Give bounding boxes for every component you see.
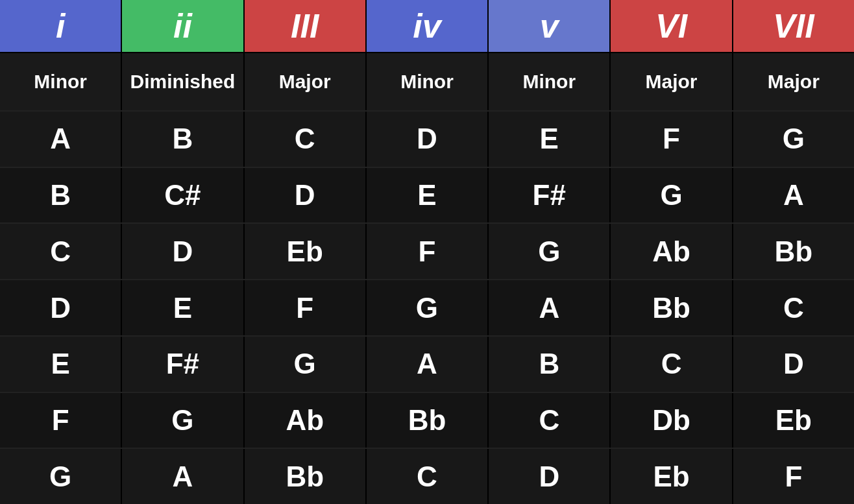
data-cell-r1-c0: B: [0, 168, 122, 223]
data-cell-r4-c2: G: [245, 337, 367, 392]
data-cell-r6-c2: Bb: [245, 449, 367, 504]
data-cell-r1-c3: E: [367, 168, 489, 223]
data-cell-r0-c5: F: [611, 112, 733, 167]
data-cell-r5-c3: Bb: [367, 393, 489, 448]
data-cell-r0-c2: C: [245, 112, 367, 167]
data-cell-r0-c1: B: [122, 112, 244, 167]
data-cell-r3-c3: G: [367, 280, 489, 335]
quality-col-0: Minor: [0, 53, 122, 110]
table-row: ABCDEFG: [0, 110, 854, 167]
data-cell-r3-c4: A: [489, 280, 611, 335]
data-cell-r4-c1: F#: [122, 337, 244, 392]
data-cell-r2-c0: C: [0, 224, 122, 279]
data-cell-r2-c1: D: [122, 224, 244, 279]
chord-table: iiiIIIivvVIVII MinorDiminishedMajorMinor…: [0, 0, 854, 504]
table-row: FGAbBbCDbEb: [0, 392, 854, 448]
data-cell-r1-c5: G: [611, 168, 733, 223]
data-cell-r4-c4: B: [489, 337, 611, 392]
data-cell-r4-c5: C: [611, 337, 733, 392]
data-cell-r0-c0: A: [0, 112, 122, 167]
table-row: BC#DEF#GA: [0, 167, 854, 223]
data-cell-r6-c1: A: [122, 449, 244, 504]
data-cell-r1-c4: F#: [489, 168, 611, 223]
header-col-0: i: [0, 0, 122, 52]
header-col-6: VII: [733, 0, 854, 52]
data-cell-r0-c4: E: [489, 112, 611, 167]
data-cell-r3-c1: E: [122, 280, 244, 335]
header-row: iiiIIIivvVIVII: [0, 0, 854, 52]
data-cell-r6-c0: G: [0, 449, 122, 504]
data-cell-r1-c2: D: [245, 168, 367, 223]
data-cell-r2-c3: F: [367, 224, 489, 279]
header-col-4: v: [489, 0, 611, 52]
data-cell-r4-c3: A: [367, 337, 489, 392]
data-cell-r1-c1: C#: [122, 168, 244, 223]
quality-col-4: Minor: [489, 53, 611, 110]
header-col-1: ii: [122, 0, 244, 52]
data-cell-r5-c2: Ab: [245, 393, 367, 448]
data-cell-r6-c5: Eb: [611, 449, 733, 504]
data-cell-r4-c6: D: [733, 337, 854, 392]
data-cell-r3-c5: Bb: [611, 280, 733, 335]
data-cell-r5-c1: G: [122, 393, 244, 448]
data-cell-r6-c6: F: [733, 449, 854, 504]
header-col-3: iv: [367, 0, 489, 52]
data-cell-r2-c2: Eb: [245, 224, 367, 279]
quality-col-1: Diminished: [122, 53, 244, 110]
data-cell-r5-c6: Eb: [733, 393, 854, 448]
data-cell-r5-c0: F: [0, 393, 122, 448]
quality-col-6: Major: [733, 53, 854, 110]
data-cell-r1-c6: A: [733, 168, 854, 223]
data-cell-r4-c0: E: [0, 337, 122, 392]
data-cell-r3-c6: C: [733, 280, 854, 335]
data-cell-r0-c6: G: [733, 112, 854, 167]
quality-col-5: Major: [611, 53, 733, 110]
data-cell-r5-c4: C: [489, 393, 611, 448]
table-row: DEFGABbC: [0, 279, 854, 335]
quality-col-3: Minor: [367, 53, 489, 110]
table-row: CDEbFGAbBb: [0, 222, 854, 279]
data-cell-r5-c5: Db: [611, 393, 733, 448]
data-cell-r6-c4: D: [489, 449, 611, 504]
data-cell-r2-c6: Bb: [733, 224, 854, 279]
data-cell-r6-c3: C: [367, 449, 489, 504]
header-col-5: VI: [611, 0, 733, 52]
quality-col-2: Major: [245, 53, 367, 110]
header-col-2: III: [245, 0, 367, 52]
data-cell-r3-c2: F: [245, 280, 367, 335]
data-cell-r0-c3: D: [367, 112, 489, 167]
quality-row: MinorDiminishedMajorMinorMinorMajorMajor: [0, 52, 854, 110]
data-cell-r2-c5: Ab: [611, 224, 733, 279]
data-cell-r3-c0: D: [0, 280, 122, 335]
data-cell-r2-c4: G: [489, 224, 611, 279]
table-row: EF#GABCD: [0, 335, 854, 392]
table-row: GABbCDEbF: [0, 448, 854, 504]
